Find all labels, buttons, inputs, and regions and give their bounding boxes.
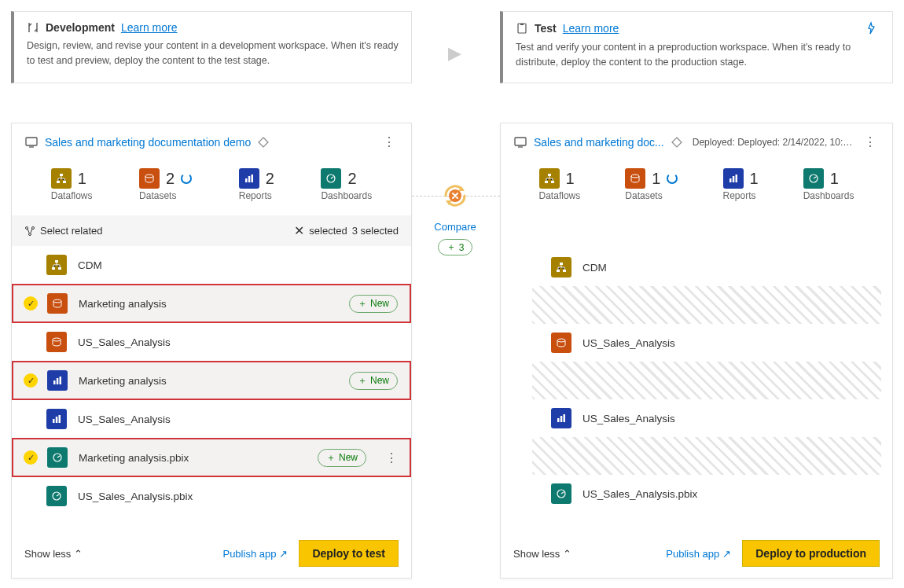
missing-item-placeholder xyxy=(532,437,881,475)
stage-title: Development xyxy=(46,21,115,34)
publish-app-link[interactable]: Publish app↗ xyxy=(666,548,731,560)
checkmark-icon: ✓ xyxy=(24,296,38,311)
workspace-title-link[interactable]: Sales and marketing doc... xyxy=(534,136,664,149)
list-item[interactable]: ✓ Marketing analysis.pbix ＋New ⋮ xyxy=(13,439,410,476)
workspace-icon xyxy=(513,135,527,149)
compare-link[interactable]: Compare xyxy=(434,221,476,233)
publish-app-link[interactable]: Publish app↗ xyxy=(222,548,288,560)
svg-rect-34 xyxy=(729,178,732,182)
svg-point-5 xyxy=(145,175,153,178)
svg-rect-1 xyxy=(26,138,37,145)
diamond-icon xyxy=(257,136,270,149)
learn-more-link[interactable]: Learn more xyxy=(563,22,619,35)
dataflow-icon xyxy=(46,255,67,275)
deploy-to-test-button[interactable]: Deploy to test xyxy=(299,540,399,567)
dataflow-icon xyxy=(51,168,72,189)
test-workspace-panel: Sales and marketing doc... Deployed: Dep… xyxy=(500,123,893,579)
list-item[interactable]: US_Sales_Analysis.pbix xyxy=(501,475,892,513)
svg-point-17 xyxy=(53,338,61,341)
datasets-count[interactable]: 2 Datasets xyxy=(139,168,192,201)
dashboard-icon xyxy=(551,483,571,504)
diamond-icon xyxy=(671,136,683,149)
svg-rect-31 xyxy=(545,181,548,183)
content-counts: 1 Dataflows 1 Datasets 1 Reports 1 Dashb… xyxy=(501,160,892,215)
svg-rect-21 xyxy=(53,419,55,423)
external-link-icon: ↗ xyxy=(279,548,288,560)
list-item[interactable]: ✓ Marketing analysis ＋New xyxy=(13,362,410,399)
list-item[interactable]: US_Sales_Analysis xyxy=(12,400,411,438)
panel-header: Sales and marketing documentation demo ⋮ xyxy=(12,123,411,160)
show-less-button[interactable]: Show less⌃ xyxy=(513,548,571,560)
dataset-icon xyxy=(139,168,160,189)
dashboard-icon xyxy=(321,168,341,189)
report-icon xyxy=(723,168,744,189)
list-item[interactable]: US_Sales_Analysis xyxy=(501,399,892,437)
development-workspace-panel: Sales and marketing documentation demo ⋮… xyxy=(11,123,412,579)
dataflows-count[interactable]: 1 Dataflows xyxy=(51,168,93,201)
svg-rect-20 xyxy=(60,377,62,384)
dataset-icon xyxy=(47,293,68,314)
svg-point-16 xyxy=(53,300,61,303)
list-item[interactable]: US_Sales_Analysis xyxy=(501,324,892,362)
settings-icon xyxy=(27,21,39,34)
list-item[interactable]: CDM xyxy=(12,246,411,284)
datasets-count[interactable]: 1 Datasets xyxy=(625,168,678,201)
clear-selection-button[interactable]: ✕ selected3 selected xyxy=(294,223,399,238)
select-related-button[interactable]: Select related xyxy=(24,225,103,237)
dashboards-count[interactable]: 1 Dashboards xyxy=(803,168,854,201)
learn-more-link[interactable]: Learn more xyxy=(121,21,178,34)
show-less-button[interactable]: Show less⌃ xyxy=(24,548,83,560)
svg-rect-38 xyxy=(560,263,563,265)
list-item[interactable]: US_Sales_Analysis xyxy=(12,323,411,361)
svg-rect-32 xyxy=(551,181,554,183)
item-more-button[interactable]: ⋮ xyxy=(385,450,398,465)
missing-item-placeholder xyxy=(532,362,881,399)
reports-count[interactable]: 2 Reports xyxy=(239,168,274,201)
checkmark-icon: ✓ xyxy=(24,373,38,388)
svg-rect-23 xyxy=(59,415,61,423)
selection-toolbar: Select related ✕ selected3 selected xyxy=(12,215,411,246)
svg-rect-18 xyxy=(53,380,56,384)
content-counts: 1 Dataflows 2 Datasets 2 Reports 2 Dashb… xyxy=(12,160,411,215)
close-icon: ✕ xyxy=(294,223,304,238)
svg-rect-2 xyxy=(60,174,63,176)
more-options-button[interactable]: ⋮ xyxy=(861,134,880,149)
list-item[interactable]: US_Sales_Analysis.pbix xyxy=(12,477,411,515)
missing-item-placeholder xyxy=(532,286,881,324)
dashboard-icon xyxy=(46,486,67,506)
dataflow-icon xyxy=(539,168,560,189)
reports-count[interactable]: 1 Reports xyxy=(723,168,759,201)
panel-footer: Show less⌃ Publish app↗ Deploy to produc… xyxy=(501,529,892,578)
svg-rect-8 xyxy=(251,175,253,182)
dashboards-count[interactable]: 2 Dashboards xyxy=(321,168,372,201)
compare-sync-icon[interactable] xyxy=(436,177,474,215)
svg-rect-6 xyxy=(245,178,248,182)
svg-rect-7 xyxy=(248,176,251,182)
svg-point-33 xyxy=(631,175,639,178)
rules-icon[interactable] xyxy=(865,21,880,35)
dataflows-count[interactable]: 1 Dataflows xyxy=(539,168,581,201)
new-badge: ＋New xyxy=(349,372,398,390)
svg-rect-30 xyxy=(548,174,551,176)
stage-description: Design, review, and revise your content … xyxy=(27,39,399,68)
svg-rect-35 xyxy=(732,176,734,182)
panel-footer: Show less⌃ Publish app↗ Deploy to test xyxy=(12,529,411,578)
workspace-title-link[interactable]: Sales and marketing documentation demo xyxy=(45,136,251,149)
clipboard-icon xyxy=(516,22,528,35)
dataset-icon xyxy=(551,333,571,353)
test-stage-card: Test Learn more Test and verify your con… xyxy=(500,11,893,83)
new-badge: ＋New xyxy=(318,449,366,467)
content-list: CDM US_Sales_Analysis US_Sales_Analysis … xyxy=(501,248,892,513)
dashboard-icon xyxy=(803,168,824,189)
refresh-icon xyxy=(667,173,678,184)
compare-block: Compare ＋3 xyxy=(421,177,490,255)
deploy-to-production-button[interactable]: Deploy to production xyxy=(742,540,880,567)
svg-rect-29 xyxy=(515,138,526,145)
dataflow-icon xyxy=(551,257,571,277)
list-item[interactable]: ✓ Marketing analysis ＋New xyxy=(13,285,410,322)
report-icon xyxy=(551,408,571,428)
development-stage-card: Development Learn more Design, review, a… xyxy=(11,11,412,83)
more-options-button[interactable]: ⋮ xyxy=(380,134,399,149)
list-item[interactable]: CDM xyxy=(501,248,892,286)
new-badge: ＋New xyxy=(349,295,398,313)
